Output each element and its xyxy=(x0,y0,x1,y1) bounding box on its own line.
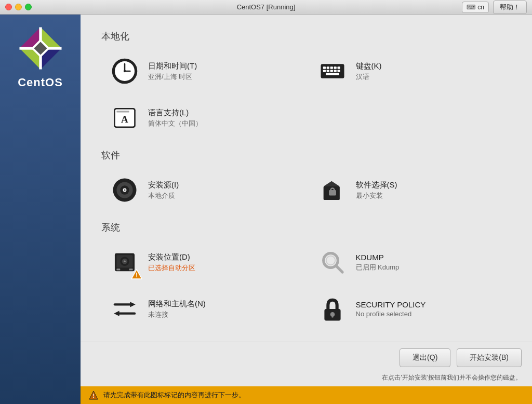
keyboard-title: 键盘(K) xyxy=(356,61,382,71)
main-container: CentOS 本地化 xyxy=(0,15,532,404)
package-icon-wrap xyxy=(317,174,348,206)
svg-line-49 xyxy=(336,266,342,272)
centos-logo-icon xyxy=(17,25,64,72)
network-icon-wrap xyxy=(109,293,140,325)
quit-button[interactable]: 退出(Q) xyxy=(400,348,450,367)
network-icon xyxy=(111,295,138,322)
section-localization-title: 本地化 xyxy=(101,30,511,43)
install-dest-text: 安装位置(D) 已选择自动分区 xyxy=(148,252,195,273)
keyboard-icon: ⌨ xyxy=(467,4,475,11)
section-software-title: 软件 xyxy=(101,149,511,161)
security-subtitle: No profile selected xyxy=(356,310,426,318)
svg-point-12 xyxy=(124,70,126,72)
section-system-title: 系统 xyxy=(101,221,511,234)
window-controls[interactable] xyxy=(5,4,32,10)
keyboard-subtitle: 汉语 xyxy=(356,72,382,82)
network-subtitle: 未连接 xyxy=(148,310,206,319)
network-text: 网络和主机名(N) 未连接 xyxy=(148,299,206,319)
kdump-text: KDUMP 已启用 Kdump xyxy=(356,253,400,272)
datetime-title: 日期和时间(T) xyxy=(148,61,197,71)
sidebar: CentOS xyxy=(0,15,81,404)
svg-text:!: ! xyxy=(92,393,94,399)
datetime-icon-wrap xyxy=(109,56,140,87)
start-install-button[interactable]: 开始安装(B) xyxy=(457,348,522,367)
network-item[interactable]: 网络和主机名(N) 未连接 xyxy=(101,288,304,330)
svg-marker-54 xyxy=(114,311,119,316)
language-icon-wrap: A xyxy=(109,102,140,133)
svg-point-50 xyxy=(326,256,335,265)
warning-bar-text: 请先完成带有此图标标记的内容再进行下一步。 xyxy=(103,390,245,400)
kdump-subtitle: 已启用 Kdump xyxy=(356,263,400,272)
install-dest-item[interactable]: ! 安装位置(D) 已选择自动分区 xyxy=(101,241,304,283)
security-title: SECURITY POLICY xyxy=(356,300,426,309)
help-button[interactable]: 帮助！ xyxy=(493,1,527,14)
security-item[interactable]: SECURITY POLICY No profile selected xyxy=(309,288,512,330)
keyboard-item[interactable]: 键盘(K) 汉语 xyxy=(309,50,512,92)
keyboard-text: 键盘(K) 汉语 xyxy=(356,61,382,82)
keyboard-layout-button[interactable]: ⌨ cn xyxy=(462,2,489,13)
warning-overlay-icon: ! xyxy=(131,268,142,280)
kdump-icon xyxy=(319,249,346,276)
install-dest-subtitle: 已选择自动分区 xyxy=(148,263,195,273)
software-select-subtitle: 最小安装 xyxy=(356,191,397,200)
brand-name: CentOS xyxy=(18,76,63,89)
svg-rect-29 xyxy=(116,111,129,112)
title-bar: CentOS7 [Running] ⌨ cn 帮助！ xyxy=(0,0,532,15)
svg-rect-17 xyxy=(330,66,332,69)
svg-marker-36 xyxy=(323,181,339,186)
button-row: 退出(Q) 开始安装(B) xyxy=(81,342,532,373)
window-title: CentOS7 [Running] xyxy=(237,3,296,11)
software-grid: 安装源(I) 本地介质 xyxy=(101,169,511,211)
content-area: 本地化 日期和时间(T) 亚洲/ xyxy=(81,15,532,404)
hint-text: 在点击'开始安装'按钮前我们并不会操作您的磁盘。 xyxy=(81,373,532,386)
language-item[interactable]: A 语言支持(L) 简体中文（中国） xyxy=(101,97,304,139)
svg-rect-15 xyxy=(323,66,325,69)
language-subtitle: 简体中文（中国） xyxy=(148,119,202,128)
svg-rect-20 xyxy=(323,70,325,72)
close-button[interactable] xyxy=(5,4,12,10)
datetime-text: 日期和时间(T) 亚洲/上海 时区 xyxy=(148,61,197,82)
svg-rect-22 xyxy=(330,70,332,72)
keyboard-icon xyxy=(319,58,346,85)
scroll-area: 本地化 日期和时间(T) 亚洲/ xyxy=(81,15,532,342)
localization-grid: 日期和时间(T) 亚洲/上海 时区 xyxy=(101,50,511,139)
install-source-text: 安装源(I) 本地介质 xyxy=(148,180,179,200)
datetime-subtitle: 亚洲/上海 时区 xyxy=(148,72,197,82)
svg-marker-52 xyxy=(130,302,135,307)
svg-rect-57 xyxy=(331,314,333,317)
keyboard-icon-wrap xyxy=(317,56,348,87)
svg-text:!: ! xyxy=(136,272,138,279)
disc-icon xyxy=(111,177,138,204)
minimize-button[interactable] xyxy=(15,4,22,10)
install-source-subtitle: 本地介质 xyxy=(148,191,179,200)
datetime-item[interactable]: 日期和时间(T) 亚洲/上海 时区 xyxy=(101,50,304,92)
install-source-title: 安装源(I) xyxy=(148,180,179,190)
svg-point-43 xyxy=(124,261,125,262)
language-icon: A xyxy=(111,104,138,131)
kdump-title: KDUMP xyxy=(356,253,400,262)
keyboard-lang: cn xyxy=(477,4,484,11)
system-grid: ! 安装位置(D) 已选择自动分区 xyxy=(101,241,511,330)
kdump-item[interactable]: KDUMP 已启用 Kdump xyxy=(309,241,512,283)
svg-rect-25 xyxy=(326,73,339,75)
svg-point-34 xyxy=(124,189,125,191)
svg-rect-23 xyxy=(334,70,336,72)
network-title: 网络和主机名(N) xyxy=(148,299,206,309)
harddisk-icon-wrap: ! xyxy=(109,247,140,278)
software-select-item[interactable]: 软件选择(S) 最小安装 xyxy=(309,169,512,211)
install-source-item[interactable]: 安装源(I) 本地介质 xyxy=(101,169,304,211)
svg-rect-18 xyxy=(334,66,336,69)
install-dest-title: 安装位置(D) xyxy=(148,252,195,262)
svg-rect-37 xyxy=(329,190,336,195)
language-title: 语言支持(L) xyxy=(148,108,202,118)
clock-icon xyxy=(111,58,138,85)
footer: 退出(Q) 开始安装(B) 在点击'开始安装'按钮前我们并不会操作您的磁盘。 xyxy=(81,342,532,386)
kdump-icon-wrap xyxy=(317,247,348,278)
svg-rect-44 xyxy=(116,268,120,270)
language-text: 语言支持(L) 简体中文（中国） xyxy=(148,108,202,128)
software-select-title: 软件选择(S) xyxy=(356,180,397,190)
maximize-button[interactable] xyxy=(25,4,32,10)
svg-rect-19 xyxy=(337,66,340,69)
software-select-text: 软件选择(S) 最小安装 xyxy=(356,180,397,200)
svg-rect-21 xyxy=(326,70,329,72)
